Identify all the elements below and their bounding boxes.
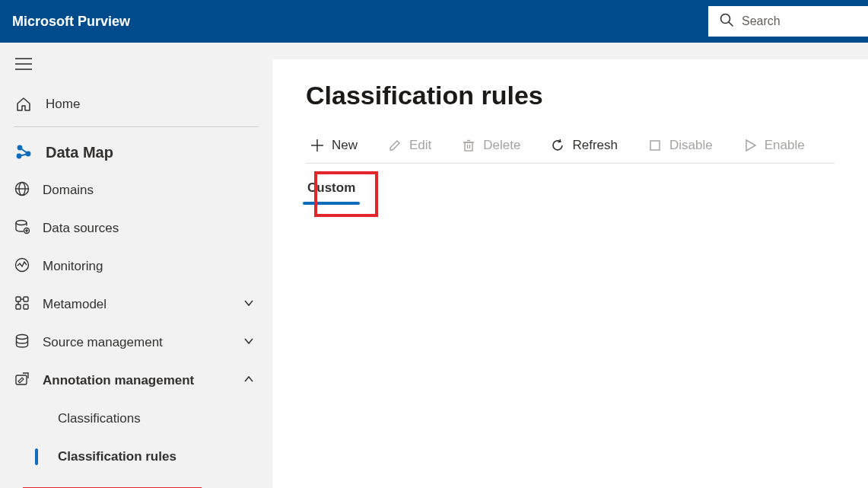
svg-line-1 bbox=[729, 22, 733, 26]
hamburger-button[interactable] bbox=[0, 50, 272, 78]
monitoring-icon bbox=[14, 257, 30, 277]
svg-rect-21 bbox=[24, 305, 28, 309]
svg-point-24 bbox=[17, 334, 28, 339]
tab-label: Custom bbox=[307, 180, 355, 195]
sidebar-item-label: Home bbox=[46, 97, 80, 112]
sidebar: Home Data Map bbox=[0, 43, 272, 488]
enable-button: Enable bbox=[739, 135, 809, 156]
sidebar-item-label: Data sources bbox=[43, 221, 119, 236]
tabs: Custom bbox=[306, 176, 835, 205]
new-button[interactable]: New bbox=[306, 135, 362, 156]
domains-icon bbox=[14, 180, 30, 201]
sidebar-item-source-management[interactable]: Source management bbox=[0, 324, 272, 362]
trash-icon bbox=[462, 139, 475, 152]
metamodel-icon bbox=[14, 295, 30, 315]
svg-rect-28 bbox=[465, 142, 472, 151]
search-input[interactable] bbox=[742, 14, 857, 28]
svg-rect-20 bbox=[16, 305, 21, 309]
page-title: Classification rules bbox=[306, 81, 835, 110]
sidebar-item-data-sources[interactable]: Data sources bbox=[0, 209, 272, 247]
sidebar-section-label: Data Map bbox=[46, 144, 113, 161]
pencil-icon bbox=[388, 139, 402, 152]
svg-rect-18 bbox=[16, 297, 21, 301]
toolbar: New Edit bbox=[306, 130, 835, 164]
sidebar-item-label: Monitoring bbox=[43, 259, 103, 274]
sidebar-item-label: Metamodel bbox=[43, 297, 107, 312]
main: Classification rules New bbox=[272, 43, 868, 488]
content-card: Classification rules New bbox=[272, 59, 868, 488]
edit-button: Edit bbox=[383, 135, 436, 156]
sidebar-item-label: Annotation management bbox=[43, 373, 194, 388]
sidebar-subitem-classifications[interactable]: Classifications bbox=[0, 400, 272, 438]
refresh-icon bbox=[551, 139, 564, 152]
active-bar bbox=[35, 448, 38, 465]
sidebar-item-metamodel[interactable]: Metamodel bbox=[0, 285, 272, 324]
button-label: Delete bbox=[483, 138, 520, 153]
sidebar-section-datamap: Data Map bbox=[0, 133, 272, 171]
button-label: New bbox=[332, 138, 358, 153]
disable-button: Disable bbox=[644, 135, 717, 156]
plus-icon bbox=[310, 139, 324, 152]
data-map-icon bbox=[14, 143, 33, 161]
svg-marker-34 bbox=[746, 140, 755, 151]
data-sources-icon bbox=[14, 218, 30, 239]
svg-rect-25 bbox=[16, 375, 27, 384]
chevron-down-icon bbox=[243, 335, 254, 350]
sidebar-item-label: Source management bbox=[43, 335, 163, 350]
square-icon bbox=[648, 139, 662, 152]
chevron-up-icon bbox=[243, 373, 254, 388]
sidebar-divider bbox=[14, 126, 259, 127]
sidebar-item-annotation-management[interactable]: Annotation management bbox=[0, 362, 272, 400]
home-icon bbox=[14, 96, 33, 113]
sidebar-item-label: Domains bbox=[43, 183, 94, 198]
svg-rect-33 bbox=[650, 141, 660, 150]
sidebar-item-label: Classification rules bbox=[58, 449, 176, 464]
active-bar bbox=[35, 410, 38, 427]
sidebar-item-domains[interactable]: Domains bbox=[0, 171, 272, 209]
brand-title: Microsoft Purview bbox=[12, 14, 130, 30]
sidebar-item-monitoring[interactable]: Monitoring bbox=[0, 247, 272, 285]
search-box[interactable] bbox=[708, 6, 868, 37]
search-icon bbox=[719, 12, 734, 30]
button-label: Disable bbox=[669, 138, 713, 153]
svg-point-13 bbox=[16, 220, 27, 225]
sidebar-item-home[interactable]: Home bbox=[0, 85, 272, 123]
shell: Home Data Map bbox=[0, 43, 868, 488]
tab-custom[interactable]: Custom bbox=[306, 176, 357, 205]
sidebar-item-label: Classifications bbox=[58, 411, 141, 426]
chevron-down-icon bbox=[243, 297, 254, 312]
delete-button: Delete bbox=[457, 135, 525, 156]
annotation-management-icon bbox=[14, 371, 30, 391]
source-management-icon bbox=[14, 333, 30, 353]
svg-rect-19 bbox=[24, 297, 28, 301]
button-label: Refresh bbox=[572, 138, 618, 153]
button-label: Edit bbox=[409, 138, 431, 153]
refresh-button[interactable]: Refresh bbox=[546, 135, 622, 156]
play-icon bbox=[743, 139, 757, 152]
sidebar-subitem-classification-rules[interactable]: Classification rules bbox=[0, 438, 272, 476]
button-label: Enable bbox=[765, 138, 805, 153]
topbar: Microsoft Purview bbox=[0, 0, 868, 43]
svg-line-8 bbox=[20, 148, 28, 154]
